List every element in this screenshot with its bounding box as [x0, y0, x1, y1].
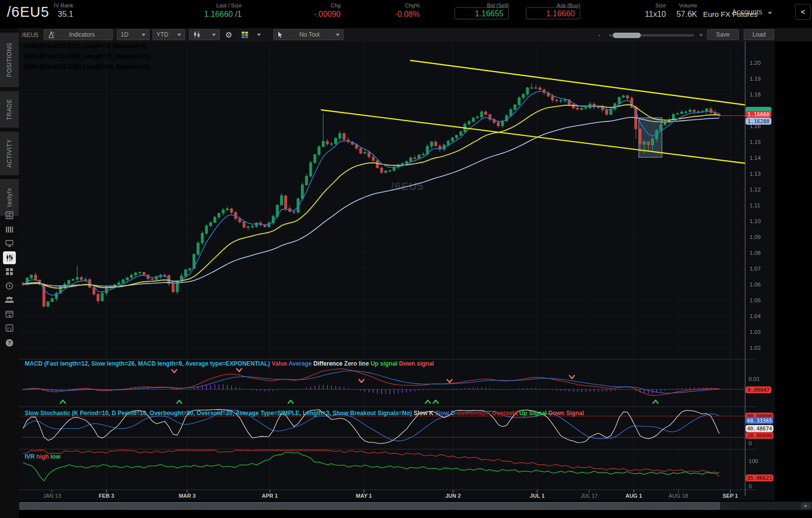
accounts-label: Accounts	[732, 7, 762, 16]
svg-text:1.02: 1.02	[750, 345, 761, 351]
svg-text:1.20: 1.20	[750, 60, 761, 66]
accounts-menu[interactable]: Accounts	[732, 7, 772, 16]
svg-text:FEB 3: FEB 3	[99, 493, 114, 499]
candlestick-chart-icon	[3, 251, 16, 264]
svg-text:JUL 17: JUL 17	[581, 493, 598, 499]
timeframe-dropdown[interactable]: 1D	[117, 29, 150, 40]
svg-text:?: ?	[8, 340, 11, 346]
svg-text:APR 1: APR 1	[262, 493, 278, 499]
svg-text:1.14: 1.14	[750, 155, 761, 161]
svg-text:1.11: 1.11	[750, 202, 761, 208]
indicators-label: Indicators	[69, 31, 95, 38]
quote-stat: Last / Size1.16660 /1	[162, 0, 242, 28]
scrollbar-thumb[interactable]	[20, 502, 720, 510]
grid-layout-dropdown[interactable]	[238, 29, 264, 40]
monitor-nav-button[interactable]	[0, 237, 19, 251]
zoom-out-button[interactable]: -	[598, 31, 600, 39]
svg-text:F1: F1	[7, 327, 12, 331]
range-dropdown[interactable]: YTD	[152, 29, 185, 40]
calendar-icon	[5, 310, 14, 321]
chevron-down-icon	[142, 34, 146, 36]
zoom-slider-thumb[interactable]	[613, 33, 641, 38]
svg-text:1.03: 1.03	[750, 329, 761, 335]
chart-type-dropdown[interactable]	[189, 29, 220, 40]
svg-text:JAN 13: JAN 13	[43, 493, 61, 499]
flask-icon	[48, 31, 55, 39]
sidebar-tab-positions[interactable]: POSITIONS	[0, 33, 19, 87]
calendar-nav-button[interactable]	[0, 308, 19, 322]
zoom-in-button[interactable]: +	[699, 31, 703, 39]
drawing-tool-dropdown[interactable]: No Tool	[273, 29, 344, 40]
chart-area[interactable]: JAN 13FEB 3MAR 3APR 1MAY 1JUN 2JUL 1JUL …	[19, 42, 775, 501]
gear-icon: ⚙	[225, 30, 232, 40]
toolbar-symbol-label: /6EU5	[22, 32, 38, 39]
collapse-panel-button[interactable]: <	[795, 4, 811, 20]
range-value: YTD	[156, 31, 168, 38]
scrollbar-right-arrow[interactable]: ▸	[801, 503, 811, 509]
fx-box-nav-button[interactable]: F1	[0, 322, 19, 336]
chevron-down-icon	[257, 34, 261, 36]
horizontal-scrollbar[interactable]: ▸	[19, 502, 812, 510]
grid-squares-icon	[5, 267, 14, 278]
load-button[interactable]: Load	[744, 29, 774, 40]
fx-box-icon: F1	[5, 324, 14, 334]
svg-text:AUG 18: AUG 18	[668, 493, 688, 499]
chart-canvas[interactable]: JAN 13FEB 3MAR 3APR 1MAY 1JUN 2JUL 1JUL …	[19, 42, 775, 501]
svg-text:JUN 2: JUN 2	[445, 493, 460, 499]
help-icon: ?	[5, 338, 14, 349]
svg-text:1.12: 1.12	[750, 187, 761, 192]
chevron-down-icon	[768, 12, 772, 14]
svg-text:1.07: 1.07	[750, 266, 761, 272]
news-chart-nav-button[interactable]	[0, 209, 19, 223]
svg-text:1.04: 1.04	[750, 313, 761, 319]
help-nav-button[interactable]: ?	[0, 337, 19, 351]
svg-text:MAR 3: MAR 3	[179, 493, 196, 499]
candlestick-chart-nav-button[interactable]	[0, 251, 19, 265]
svg-text:1.08: 1.08	[750, 250, 761, 256]
sidebar-tab-trade[interactable]: TRADE	[0, 91, 19, 128]
cursor-arrow-icon	[277, 31, 283, 38]
quote-header: /6EU5 IV Rank35.1Last / Size1.16660 /1Ch…	[0, 0, 812, 28]
svg-text:AUG 1: AUG 1	[625, 493, 642, 499]
chevron-down-icon	[336, 34, 340, 36]
chevron-down-icon	[212, 34, 216, 36]
svg-text:1.06: 1.06	[750, 282, 761, 287]
save-label: Save	[716, 31, 729, 38]
list-columns-nav-button[interactable]	[0, 224, 19, 237]
people-icon	[4, 296, 14, 306]
history-clock-nav-button[interactable]	[0, 280, 19, 294]
svg-text:1.09: 1.09	[750, 234, 761, 240]
sidebar-tab-activity[interactable]: ACTIVITY	[0, 132, 19, 175]
history-clock-icon	[5, 282, 14, 292]
grid-compare-icon	[241, 31, 250, 39]
svg-text:1.10: 1.10	[750, 218, 761, 224]
svg-text:1.15: 1.15	[750, 139, 761, 145]
svg-text:1.05: 1.05	[750, 297, 761, 303]
bid-button[interactable]: 1.16655	[455, 7, 509, 19]
list-columns-icon	[5, 225, 14, 236]
svg-text:JUL 1: JUL 1	[530, 493, 545, 499]
candlestick-chart-icon	[193, 31, 201, 38]
quote-stat: Chg-.00090	[261, 0, 341, 28]
load-label: Load	[753, 31, 766, 38]
chart-settings-button[interactable]: ⚙	[223, 29, 235, 40]
chart-toolbar: /6EU5 Indicators 1D YTD	[19, 28, 812, 42]
indicators-button[interactable]: Indicators	[44, 29, 113, 40]
chevron-down-icon	[177, 34, 181, 36]
svg-text:1.18: 1.18	[750, 92, 761, 97]
quote-stat: IV Rank35.1	[0, 0, 73, 28]
svg-text:1.16: 1.16	[750, 123, 761, 129]
svg-text:1.17: 1.17	[750, 107, 761, 113]
quote-stat: Chg%-0.08%	[341, 0, 420, 28]
svg-text:SEP 1: SEP 1	[723, 493, 738, 499]
grid-squares-nav-button[interactable]	[0, 266, 19, 280]
save-button[interactable]: Save	[707, 29, 739, 40]
left-sidebar: POSITIONS TRADE ACTIVITY tastyfx F1?	[0, 28, 19, 518]
svg-text:MAY 1: MAY 1	[356, 493, 372, 499]
zoom-slider[interactable]	[609, 34, 694, 37]
news-chart-icon	[5, 211, 14, 222]
tool-label: No Tool	[300, 31, 319, 38]
ask-button[interactable]: 1.16660	[526, 7, 580, 19]
people-nav-button[interactable]	[0, 294, 19, 308]
trading-platform: /6EU5 IV Rank35.1Last / Size1.16660 /1Ch…	[0, 0, 812, 518]
